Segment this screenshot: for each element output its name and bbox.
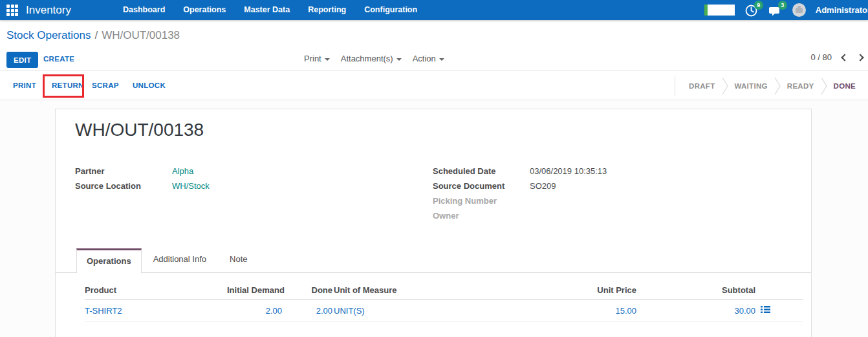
tab-note[interactable]: Note xyxy=(218,248,259,272)
print-button[interactable]: PRINT xyxy=(13,82,36,89)
field-group-left: Partner Alpha Source Location WH/Stock xyxy=(75,164,210,193)
pager-previous-icon[interactable] xyxy=(841,54,848,61)
attachments-dropdown[interactable]: Attachment(s) xyxy=(341,54,402,63)
chevron-down-icon xyxy=(439,58,444,61)
unlock-button[interactable]: UNLOCK xyxy=(133,82,166,89)
field-label: Scheduled Date xyxy=(433,166,530,176)
col-subtotal: Subtotal xyxy=(636,284,755,299)
chevron-separator-icon xyxy=(820,74,828,98)
cell-done[interactable]: 2.00 xyxy=(282,299,332,321)
source-document-value: SO209 xyxy=(530,181,556,191)
control-panel: Stock Operations/WH/OUT/00138 EDIT CREAT… xyxy=(0,20,868,71)
field-owner: Owner xyxy=(433,208,607,223)
menu-operations[interactable]: Operations xyxy=(174,0,235,20)
messages-chat-icon[interactable]: 3 xyxy=(768,3,783,17)
field-scheduled-date: Scheduled Date 03/06/2019 10:35:13 xyxy=(433,164,607,179)
breadcrumb-parent-link[interactable]: Stock Operations xyxy=(6,29,91,41)
form-statusbar: PRINT RETURN SCRAP UNLOCK DRAFT WAITING … xyxy=(0,72,868,100)
tab-additional-info[interactable]: Additional Info xyxy=(142,248,218,272)
menu-dashboard[interactable]: Dashboard xyxy=(114,0,174,20)
field-source-location: Source Location WH/Stock xyxy=(75,179,210,193)
message-count-badge: 3 xyxy=(778,1,787,10)
form-view-area: WH/OUT/00138 Partner Alpha Source Locati… xyxy=(0,100,868,337)
user-avatar[interactable] xyxy=(792,3,806,17)
notebook-tabs: Operations Additional Info Note xyxy=(56,248,811,273)
systray: 9 3 Administrator xyxy=(704,0,868,20)
field-label: Owner xyxy=(433,211,530,221)
print-dropdown[interactable]: Print xyxy=(304,54,330,63)
action-dropdowns: Print Attachment(s) Action xyxy=(304,54,444,63)
menu-master-data[interactable]: Master Data xyxy=(235,0,299,20)
detailed-operations-list-icon[interactable] xyxy=(755,299,803,321)
menu-reporting[interactable]: Reporting xyxy=(299,0,355,20)
cell-unit-of-measure[interactable]: UNIT(S) xyxy=(332,299,526,321)
operations-table: Product Initial Demand Done Unit of Meas… xyxy=(85,284,803,321)
divider xyxy=(675,76,675,96)
field-label: Source Document xyxy=(433,181,530,191)
cell-product[interactable]: T-SHIRT2 xyxy=(85,299,227,321)
scrap-button[interactable]: SCRAP xyxy=(92,82,119,89)
col-initial-demand: Initial Demand xyxy=(227,284,282,299)
top-navbar: Inventory Dashboard Operations Master Da… xyxy=(0,0,868,20)
return-button[interactable]: RETURN xyxy=(52,82,84,89)
cell-unit-price[interactable]: 15.00 xyxy=(526,299,636,321)
pager-value: 0 / 80 xyxy=(810,52,832,62)
chevron-separator-icon xyxy=(721,74,729,98)
table-header-row: Product Initial Demand Done Unit of Meas… xyxy=(85,284,803,299)
state-draft[interactable]: DRAFT xyxy=(683,82,721,90)
chevron-down-icon xyxy=(325,58,330,61)
user-name[interactable]: Administrator xyxy=(816,5,868,15)
apps-grid-icon[interactable] xyxy=(6,5,18,16)
field-source-document: Source Document SO209 xyxy=(433,179,607,193)
action-dropdown[interactable]: Action xyxy=(413,54,444,63)
field-label: Partner xyxy=(75,166,172,176)
tab-operations[interactable]: Operations xyxy=(76,248,142,273)
timer-widget[interactable] xyxy=(704,5,735,16)
scheduled-date-value: 03/06/2019 10:35:13 xyxy=(530,166,607,176)
col-unit-of-measure: Unit of Measure xyxy=(332,284,526,299)
partner-link[interactable]: Alpha xyxy=(172,166,193,176)
breadcrumb-separator: / xyxy=(94,29,98,41)
menu-configuration[interactable]: Configuration xyxy=(355,0,426,20)
field-group-right: Scheduled Date 03/06/2019 10:35:13 Sourc… xyxy=(433,164,607,223)
record-pager: 0 / 80 xyxy=(810,52,863,62)
chevron-down-icon xyxy=(396,58,402,61)
pager-next-icon[interactable] xyxy=(856,54,863,61)
state-waiting[interactable]: WAITING xyxy=(729,82,774,90)
field-picking-number: Picking Number xyxy=(433,193,607,208)
state-done[interactable]: DONE xyxy=(828,82,862,90)
breadcrumb: Stock Operations/WH/OUT/00138 xyxy=(6,29,180,42)
field-label: Source Location xyxy=(75,181,172,191)
col-unit-price: Unit Price xyxy=(526,284,636,299)
top-menu-bar: Dashboard Operations Master Data Reporti… xyxy=(114,0,426,20)
table-row[interactable]: T-SHIRT2 2.00 2.00 UNIT(S) 15.00 30.00 xyxy=(85,299,803,321)
activity-count-badge: 9 xyxy=(754,1,763,10)
state-pipeline: DRAFT WAITING READY DONE xyxy=(675,72,862,100)
cell-initial-demand[interactable]: 2.00 xyxy=(227,299,282,321)
app-title[interactable]: Inventory xyxy=(26,0,71,20)
form-sheet: WH/OUT/00138 Partner Alpha Source Locati… xyxy=(55,109,812,337)
source-location-link[interactable]: WH/Stock xyxy=(172,181,210,191)
field-label: Picking Number xyxy=(433,196,530,206)
field-partner: Partner Alpha xyxy=(75,164,210,179)
state-ready[interactable]: READY xyxy=(781,82,820,90)
edit-button[interactable]: EDIT xyxy=(6,52,38,68)
record-title: WH/OUT/00138 xyxy=(75,120,204,140)
chevron-separator-icon xyxy=(774,74,781,98)
breadcrumb-current: WH/OUT/00138 xyxy=(102,29,180,41)
activity-clock-icon[interactable]: 9 xyxy=(744,3,759,17)
col-done: Done xyxy=(282,284,332,299)
cell-subtotal[interactable]: 30.00 xyxy=(636,299,755,321)
col-product: Product xyxy=(85,284,227,299)
create-button[interactable]: CREATE xyxy=(43,55,74,63)
